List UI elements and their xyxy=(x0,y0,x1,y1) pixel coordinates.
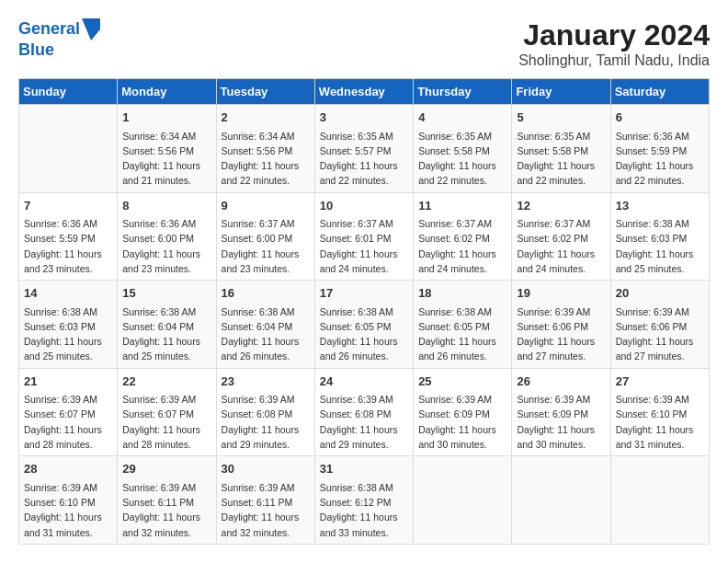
calendar-cell: 11Sunrise: 6:37 AM Sunset: 6:02 PM Dayli… xyxy=(414,192,512,281)
day-number: 7 xyxy=(24,197,112,215)
calendar-cell xyxy=(19,105,118,193)
day-info: Sunrise: 6:38 AM Sunset: 6:12 PM Dayligh… xyxy=(320,480,408,540)
calendar-cell: 4Sunrise: 6:35 AM Sunset: 5:58 PM Daylig… xyxy=(414,105,512,193)
day-number: 8 xyxy=(122,197,210,215)
day-info: Sunrise: 6:39 AM Sunset: 6:07 PM Dayligh… xyxy=(24,392,112,452)
week-row-3: 21Sunrise: 6:39 AM Sunset: 6:07 PM Dayli… xyxy=(19,368,710,456)
calendar-cell xyxy=(610,456,709,545)
day-number: 3 xyxy=(320,109,408,127)
calendar-cell: 13Sunrise: 6:38 AM Sunset: 6:03 PM Dayli… xyxy=(610,192,709,281)
calendar-cell: 20Sunrise: 6:39 AM Sunset: 6:06 PM Dayli… xyxy=(610,281,709,369)
day-info: Sunrise: 6:39 AM Sunset: 6:06 PM Dayligh… xyxy=(517,304,605,364)
day-info: Sunrise: 6:39 AM Sunset: 6:10 PM Dayligh… xyxy=(616,392,704,452)
header-saturday: Saturday xyxy=(610,79,709,105)
header-sunday: Sunday xyxy=(19,79,118,105)
day-info: Sunrise: 6:39 AM Sunset: 6:06 PM Dayligh… xyxy=(616,304,704,364)
day-info: Sunrise: 6:38 AM Sunset: 6:04 PM Dayligh… xyxy=(222,304,310,364)
day-info: Sunrise: 6:39 AM Sunset: 6:09 PM Dayligh… xyxy=(517,392,605,452)
calendar-cell: 28Sunrise: 6:39 AM Sunset: 6:10 PM Dayli… xyxy=(19,456,118,545)
calendar-cell: 29Sunrise: 6:39 AM Sunset: 6:11 PM Dayli… xyxy=(118,456,216,545)
calendar-cell: 26Sunrise: 6:39 AM Sunset: 6:09 PM Dayli… xyxy=(512,368,610,456)
page-header: General Blue January 2024 Sholinghur, Ta… xyxy=(18,18,710,69)
calendar-cell: 7Sunrise: 6:36 AM Sunset: 5:59 PM Daylig… xyxy=(19,192,118,281)
calendar-cell: 30Sunrise: 6:39 AM Sunset: 6:11 PM Dayli… xyxy=(216,456,314,545)
day-info: Sunrise: 6:38 AM Sunset: 6:05 PM Dayligh… xyxy=(320,304,408,364)
day-info: Sunrise: 6:38 AM Sunset: 6:03 PM Dayligh… xyxy=(616,216,704,276)
day-info: Sunrise: 6:35 AM Sunset: 5:58 PM Dayligh… xyxy=(517,129,605,189)
header-tuesday: Tuesday xyxy=(216,79,314,105)
day-number: 2 xyxy=(222,109,310,127)
calendar-cell: 31Sunrise: 6:38 AM Sunset: 6:12 PM Dayli… xyxy=(314,456,413,545)
day-number: 23 xyxy=(222,373,310,391)
calendar-table: SundayMondayTuesdayWednesdayThursdayFrid… xyxy=(18,78,710,545)
calendar-cell: 23Sunrise: 6:39 AM Sunset: 6:08 PM Dayli… xyxy=(216,368,314,456)
logo-icon xyxy=(82,18,100,40)
day-info: Sunrise: 6:39 AM Sunset: 6:08 PM Dayligh… xyxy=(320,392,408,452)
day-number: 6 xyxy=(616,109,704,127)
week-row-0: 1Sunrise: 6:34 AM Sunset: 5:56 PM Daylig… xyxy=(19,105,710,193)
day-number: 21 xyxy=(24,373,112,391)
day-info: Sunrise: 6:39 AM Sunset: 6:11 PM Dayligh… xyxy=(122,480,210,540)
day-number: 14 xyxy=(24,284,112,303)
page-title: January 2024 xyxy=(518,18,710,52)
day-number: 9 xyxy=(222,197,310,215)
day-number: 4 xyxy=(418,109,506,127)
header-friday: Friday xyxy=(512,79,610,105)
svg-marker-0 xyxy=(82,18,100,40)
calendar-cell: 22Sunrise: 6:39 AM Sunset: 6:07 PM Dayli… xyxy=(118,368,216,456)
calendar-cell: 5Sunrise: 6:35 AM Sunset: 5:58 PM Daylig… xyxy=(512,105,610,193)
day-number: 29 xyxy=(122,460,210,478)
day-number: 5 xyxy=(517,109,605,127)
calendar-cell: 12Sunrise: 6:37 AM Sunset: 6:02 PM Dayli… xyxy=(512,192,610,281)
logo-text-line1: General xyxy=(18,19,80,40)
day-number: 19 xyxy=(517,284,605,303)
day-info: Sunrise: 6:36 AM Sunset: 5:59 PM Dayligh… xyxy=(616,129,704,189)
day-number: 27 xyxy=(616,373,704,391)
calendar-cell: 14Sunrise: 6:38 AM Sunset: 6:03 PM Dayli… xyxy=(19,281,118,369)
day-info: Sunrise: 6:37 AM Sunset: 6:02 PM Dayligh… xyxy=(418,216,506,276)
calendar-cell: 8Sunrise: 6:36 AM Sunset: 6:00 PM Daylig… xyxy=(118,192,216,281)
day-info: Sunrise: 6:37 AM Sunset: 6:00 PM Dayligh… xyxy=(222,216,310,276)
week-row-1: 7Sunrise: 6:36 AM Sunset: 5:59 PM Daylig… xyxy=(19,192,710,281)
page-subtitle: Sholinghur, Tamil Nadu, India xyxy=(518,52,710,69)
header-wednesday: Wednesday xyxy=(314,79,413,105)
day-number: 31 xyxy=(320,460,408,478)
day-info: Sunrise: 6:35 AM Sunset: 5:58 PM Dayligh… xyxy=(418,129,506,189)
day-number: 15 xyxy=(122,284,210,303)
day-number: 16 xyxy=(222,284,310,303)
header-thursday: Thursday xyxy=(414,79,512,105)
calendar-cell xyxy=(414,456,512,545)
day-info: Sunrise: 6:39 AM Sunset: 6:10 PM Dayligh… xyxy=(24,480,112,540)
day-number: 11 xyxy=(418,197,506,215)
calendar-cell: 25Sunrise: 6:39 AM Sunset: 6:09 PM Dayli… xyxy=(414,368,512,456)
title-section: January 2024 Sholinghur, Tamil Nadu, Ind… xyxy=(518,18,710,69)
day-info: Sunrise: 6:39 AM Sunset: 6:09 PM Dayligh… xyxy=(418,392,506,452)
day-info: Sunrise: 6:39 AM Sunset: 6:08 PM Dayligh… xyxy=(222,392,310,452)
day-number: 26 xyxy=(517,373,605,391)
calendar-cell: 2Sunrise: 6:34 AM Sunset: 5:56 PM Daylig… xyxy=(216,105,314,193)
day-info: Sunrise: 6:34 AM Sunset: 5:56 PM Dayligh… xyxy=(122,129,210,189)
calendar-cell xyxy=(512,456,610,545)
day-number: 22 xyxy=(122,373,210,391)
day-info: Sunrise: 6:35 AM Sunset: 5:57 PM Dayligh… xyxy=(320,129,408,189)
calendar-cell: 18Sunrise: 6:38 AM Sunset: 6:05 PM Dayli… xyxy=(414,281,512,369)
day-number: 20 xyxy=(616,284,704,303)
day-number: 24 xyxy=(320,373,408,391)
day-number: 13 xyxy=(616,197,704,215)
logo-text-line2: Blue xyxy=(18,40,100,61)
header-monday: Monday xyxy=(118,79,216,105)
day-number: 25 xyxy=(418,373,506,391)
day-info: Sunrise: 6:39 AM Sunset: 6:07 PM Dayligh… xyxy=(122,392,210,452)
calendar-cell: 9Sunrise: 6:37 AM Sunset: 6:00 PM Daylig… xyxy=(216,192,314,281)
day-number: 30 xyxy=(222,460,310,478)
calendar-cell: 16Sunrise: 6:38 AM Sunset: 6:04 PM Dayli… xyxy=(216,281,314,369)
day-number: 28 xyxy=(24,460,112,478)
day-number: 1 xyxy=(122,109,210,127)
day-number: 10 xyxy=(320,197,408,215)
day-info: Sunrise: 6:38 AM Sunset: 6:03 PM Dayligh… xyxy=(24,304,112,364)
day-info: Sunrise: 6:38 AM Sunset: 6:05 PM Dayligh… xyxy=(418,304,506,364)
logo: General Blue xyxy=(18,18,100,61)
day-info: Sunrise: 6:34 AM Sunset: 5:56 PM Dayligh… xyxy=(222,129,310,189)
day-info: Sunrise: 6:36 AM Sunset: 6:00 PM Dayligh… xyxy=(122,216,210,276)
calendar-cell: 27Sunrise: 6:39 AM Sunset: 6:10 PM Dayli… xyxy=(610,368,709,456)
